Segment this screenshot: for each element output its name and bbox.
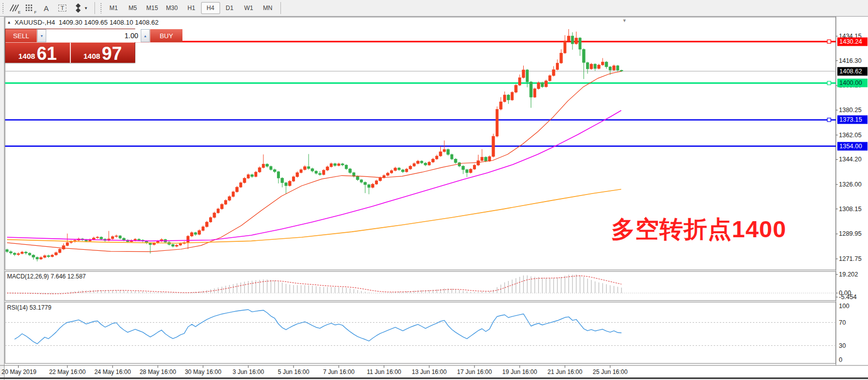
mt4-app-window: 1434.151416.301398.101380.251362.051344.…	[0, 0, 868, 380]
toolbar-separator	[94, 2, 95, 14]
buy-button[interactable]: BUY	[150, 29, 182, 42]
trade-panel-prices: 1408 61 1408 97	[6, 43, 135, 63]
volume-decrease-button[interactable]: ▼	[37, 29, 46, 42]
timeframe-button-H4[interactable]: H4	[201, 2, 220, 14]
macd-label: MACD(12,26,9) 7.646 12.587	[7, 273, 86, 280]
chart-shift-marker-icon[interactable]: ▼	[622, 18, 627, 23]
timeframe-button-D1[interactable]: D1	[220, 2, 239, 14]
volume-input[interactable]	[46, 29, 141, 42]
sell-price[interactable]: 1408 61	[6, 43, 70, 63]
ohlc-values: 1409.30 1409.65 1408.10 1408.62	[59, 19, 159, 26]
timeframe-button-M1[interactable]: M1	[104, 2, 123, 14]
one-click-trading-panel: SELL ▼ ▲ BUY 1408 61 1408 97	[5, 29, 135, 63]
volume-increase-button[interactable]: ▲	[141, 29, 150, 42]
grid-icon[interactable]: F	[22, 1, 38, 15]
sell-price-small: 1408	[19, 51, 35, 61]
timeframe-button-group: M1M5M15M30H1H4D1W1MN	[104, 2, 277, 14]
symbol-collapse-icon[interactable]: ▲	[7, 20, 11, 25]
timeframe-button-M30[interactable]: M30	[162, 2, 181, 14]
toolbar-separator-2	[280, 2, 281, 14]
buy-price[interactable]: 1408 97	[71, 43, 135, 63]
timeframe-button-H1[interactable]: H1	[182, 2, 201, 14]
toolbar: E F A T ▼ M1M5M15M30H1H4D1W1MN	[0, 0, 868, 17]
toolbar-drag-handle[interactable]	[2, 3, 5, 14]
indicators-icon[interactable]: E	[6, 1, 22, 15]
trade-panel-top-row: SELL ▼ ▲ BUY	[6, 29, 135, 43]
text-a-icon[interactable]: A	[38, 1, 54, 15]
sell-price-big: 61	[37, 46, 57, 61]
buy-price-small: 1408	[83, 51, 100, 61]
timeframe-button-W1[interactable]: W1	[239, 2, 258, 14]
timeframe-button-M15[interactable]: M15	[142, 2, 162, 14]
symbol-title: XAUUSD-,H4	[15, 19, 55, 26]
volume-spinner: ▼ ▲	[37, 29, 150, 42]
timeframe-button-M5[interactable]: M5	[123, 2, 142, 14]
bottom-edge	[0, 377, 868, 379]
timeframe-button-MN[interactable]: MN	[258, 2, 277, 14]
buy-price-big: 97	[102, 46, 122, 61]
text-label-icon[interactable]: T	[54, 1, 70, 15]
chart-header: ▲ XAUUSD-,H4 1409.30 1409.65 1408.10 140…	[7, 19, 158, 26]
sell-button[interactable]: SELL	[6, 29, 37, 42]
rsi-panel-frame	[5, 302, 836, 363]
rsi-label: RSI(14) 53.1779	[7, 304, 51, 311]
objects-icon[interactable]: ▼	[70, 1, 91, 15]
chart-annotation-text: 多空转折点1400	[611, 217, 787, 241]
macd-panel-frame	[5, 271, 836, 301]
toolbar-drag-handle-2[interactable]	[100, 3, 103, 14]
